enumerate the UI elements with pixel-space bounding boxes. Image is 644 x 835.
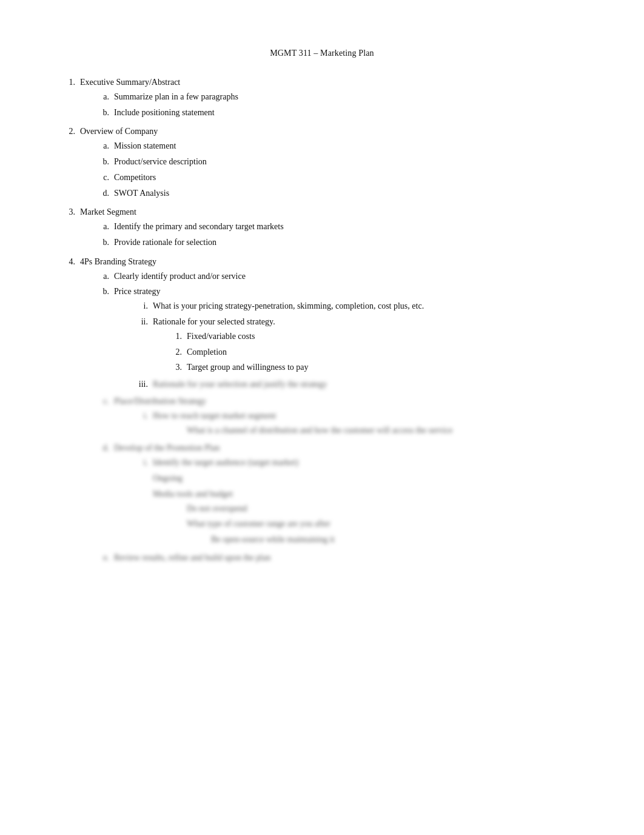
item-letter: a. — [97, 90, 109, 104]
list-item: a. Mission statement — [97, 139, 583, 153]
item-text: Identify the primary and secondary targe… — [114, 220, 284, 234]
item-letter: b. — [97, 235, 109, 250]
sub-list-3: i. Identify the target audience (target … — [133, 455, 583, 549]
list-item: b. Price strategy i. What is your pricin… — [97, 284, 583, 393]
sub-list-4: 1. Fixed/variable costs 2. Completion 3.… — [170, 329, 583, 376]
list-item: ii. Rationale for your selected strategy… — [133, 315, 583, 376]
item-number — [170, 501, 182, 516]
item-letter: d. — [97, 186, 109, 201]
item-number: 3. — [170, 360, 182, 375]
list-item: 4. 4Ps Branding Strategy a. Clearly iden… — [61, 255, 583, 566]
item-text: Completion — [187, 345, 227, 360]
section-label: Market Segment — [80, 205, 136, 220]
item-text-blurred: Rationale for your selection and justify… — [153, 377, 327, 392]
list-item: i. What is your pricing strategy-penetra… — [133, 299, 583, 314]
item-letter: d. — [97, 441, 109, 455]
item-number: 3. — [61, 205, 75, 220]
item-letter: b. — [97, 155, 109, 169]
item-text: What is your pricing strategy-penetratio… — [153, 299, 424, 314]
item-text-blurred: Develop of the Promotion Plan — [114, 441, 220, 455]
item-text-blurred: What type of customer range are you afte… — [187, 517, 330, 531]
list-item: Ongoing — [133, 471, 583, 486]
item-number: 4. — [61, 255, 75, 269]
item-number: 1. — [170, 329, 182, 344]
sub-list-3: i. How to reach target market segment Wh… — [133, 409, 583, 440]
item-text: Clearly identify product and/or service — [114, 269, 246, 284]
list-item: i. Identify the target audience (target … — [133, 455, 583, 470]
item-roman: i. — [133, 409, 148, 423]
list-item: 2. Completion — [170, 345, 583, 360]
outline: 1. Executive Summary/Abstract a. Summari… — [61, 75, 583, 566]
item-roman: i. — [133, 455, 148, 470]
list-item: c. Place/Distribution Strategy i. How to… — [97, 394, 583, 440]
item-text: Summarize plan in a few paragraphs — [114, 90, 238, 104]
item-letter: b. — [97, 284, 109, 299]
item-number: 1. — [61, 75, 75, 90]
item-text-blurred: What is a channel of distribution and ho… — [187, 423, 452, 438]
item-roman: i. — [133, 299, 148, 314]
item-number: 2. — [61, 124, 75, 139]
sub-list: a. Mission statement b. Product/service … — [97, 139, 583, 201]
item-number: 2. — [170, 345, 182, 360]
list-item: Do not overspend — [170, 501, 583, 516]
list-item: 1. Executive Summary/Abstract a. Summari… — [61, 75, 583, 121]
list-item: 2. Overview of Company a. Mission statem… — [61, 124, 583, 201]
item-roman — [133, 471, 148, 486]
sub-list-3: i. What is your pricing strategy-penetra… — [133, 299, 583, 393]
list-item: a. Clearly identify product and/or servi… — [97, 269, 583, 284]
list-item: b. Provide rationale for selection — [97, 235, 583, 250]
list-item: a. Identify the primary and secondary ta… — [97, 220, 583, 234]
item-text-blurred: Place/Distribution Strategy — [114, 394, 206, 409]
list-item: e. Review results, refine and build upon… — [97, 551, 583, 565]
list-item: 3. Market Segment a. Identify the primar… — [61, 205, 583, 250]
item-text: Target group and willingness to pay — [187, 360, 309, 375]
item-text: Product/service description — [114, 155, 207, 169]
section-label: Overview of Company — [80, 124, 158, 139]
item-text: Mission statement — [114, 139, 176, 153]
list-item: What is a channel of distribution and ho… — [170, 423, 583, 438]
item-text-blurred: Be open-source while maintaining it — [211, 532, 335, 547]
list-item: 1. Fixed/variable costs — [170, 329, 583, 344]
item-roman: ii. — [133, 315, 148, 329]
item-text-blurred: How to reach target market segment — [153, 409, 276, 423]
list-item: a. Summarize plan in a few paragraphs — [97, 90, 583, 104]
item-text: Competitors — [114, 170, 156, 185]
item-letter: b. — [97, 106, 109, 120]
item-number — [170, 517, 182, 531]
item-text-blurred: Do not overspend — [187, 501, 247, 516]
item-letter: c. — [97, 394, 109, 409]
item-letter: e. — [97, 551, 109, 565]
list-item: Be open-source while maintaining it — [194, 532, 583, 547]
page-title: MGMT 311 – Marketing Plan — [61, 49, 583, 58]
item-number — [170, 423, 182, 438]
item-text-blurred: Media tools and budget — [153, 487, 233, 501]
list-item: d. SWOT Analysis — [97, 186, 583, 201]
list-item: d. Develop of the Promotion Plan i. Iden… — [97, 441, 583, 549]
item-roman: iii. — [133, 377, 148, 392]
item-text: Fixed/variable costs — [187, 329, 255, 344]
item-roman — [133, 487, 148, 501]
section-label: Executive Summary/Abstract — [80, 75, 180, 90]
item-text: Price strategy — [114, 284, 161, 299]
list-item: i. How to reach target market segment Wh… — [133, 409, 583, 439]
sub-list-4: What is a channel of distribution and ho… — [170, 423, 583, 439]
item-text-blurred: Ongoing — [153, 471, 183, 486]
item-text: Rationale for your selected strategy. — [153, 315, 275, 329]
item-text-blurred: Identify the target audience (target mar… — [153, 455, 298, 470]
list-item: Media tools and budget Do not overspend … — [133, 487, 583, 548]
section-label: 4Ps Branding Strategy — [80, 255, 156, 269]
list-item: c. Competitors — [97, 170, 583, 185]
item-letter: a. — [97, 139, 109, 153]
list-item: iii. Rationale for your selection and ju… — [133, 377, 583, 392]
list-item: What type of customer range are you afte… — [170, 517, 583, 531]
item-text: SWOT Analysis — [114, 186, 169, 201]
sub-list: a. Summarize plan in a few paragraphs b.… — [97, 90, 583, 121]
item-letter: a. — [97, 220, 109, 234]
item-letter: a. — [97, 269, 109, 284]
item-text: Provide rationale for selection — [114, 235, 216, 250]
item-text-blurred: Review results, refine and build upon th… — [114, 551, 270, 565]
list-item: 3. Target group and willingness to pay — [170, 360, 583, 375]
list-item: b. Product/service description — [97, 155, 583, 169]
sub-list: a. Clearly identify product and/or servi… — [97, 269, 583, 566]
item-number — [194, 532, 206, 547]
